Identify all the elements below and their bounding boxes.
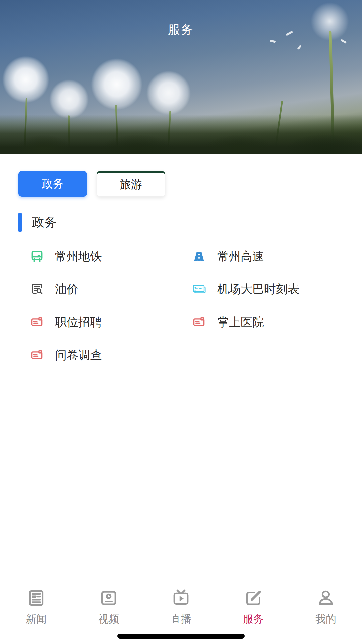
service-label: 掌上医院	[217, 314, 264, 330]
tabbar-label: 服务	[243, 612, 264, 626]
service-label: 常州高速	[217, 249, 264, 264]
highway-icon	[192, 249, 206, 264]
survey-card-icon	[29, 347, 44, 362]
dandelion-seed	[297, 45, 302, 50]
recruitment-card-icon	[29, 315, 44, 329]
service-label: 油价	[55, 281, 78, 297]
section-header: 政务	[18, 213, 362, 232]
news-icon	[26, 588, 46, 608]
service-item-recruitment[interactable]: 职位招聘	[29, 315, 192, 329]
ticket-icon: Ticket	[192, 282, 206, 297]
dandelion-flower	[50, 80, 88, 119]
app-screen: 服务 政务 旅游 政务 常州地铁	[0, 0, 362, 644]
tab-tourism[interactable]: 旅游	[97, 171, 165, 197]
dandelion-flower	[3, 56, 49, 103]
dandelion-seed	[341, 39, 347, 44]
hospital-card-icon	[192, 315, 206, 329]
service-label: 问卷调查	[55, 347, 102, 363]
section-accent-bar	[18, 213, 22, 232]
service-item-highway[interactable]: 常州高速	[192, 249, 362, 264]
svg-text:Ticket: Ticket	[194, 287, 202, 290]
service-label: 机场大巴时刻表	[217, 281, 299, 297]
services-compose-icon	[243, 588, 263, 608]
category-tabs: 政务 旅游	[18, 171, 362, 197]
dandelion-flower	[91, 59, 142, 110]
service-label: 常州地铁	[55, 249, 102, 264]
service-item-hospital[interactable]: 掌上医院	[192, 315, 362, 329]
tabbar-label: 新闻	[26, 612, 47, 626]
tabbar-label: 视频	[98, 612, 119, 626]
metro-icon	[29, 249, 44, 264]
service-item-metro[interactable]: 常州地铁	[29, 249, 192, 264]
tabbar-item-profile[interactable]: 我的	[290, 580, 362, 644]
tabbar-item-news[interactable]: 新闻	[0, 580, 72, 644]
oil-price-icon	[29, 282, 44, 297]
dandelion-flower	[147, 71, 190, 115]
live-tv-icon	[171, 588, 191, 608]
tabbar-label: 我的	[315, 612, 336, 626]
page-title: 服务	[0, 21, 362, 38]
tabbar-label: 直播	[171, 612, 191, 626]
service-item-oil-price[interactable]: 油价	[29, 282, 192, 297]
services-grid: 常州地铁 常州高速	[29, 249, 362, 362]
video-icon	[99, 588, 119, 608]
header-image: 服务	[0, 0, 362, 154]
home-indicator[interactable]	[117, 634, 245, 639]
profile-icon	[316, 588, 336, 608]
dandelion-seed	[270, 40, 276, 43]
grass-foreground	[0, 115, 362, 154]
service-item-survey[interactable]: 问卷调查	[29, 347, 192, 362]
service-label: 职位招聘	[55, 314, 102, 330]
section-title: 政务	[32, 214, 57, 231]
service-item-airport-bus[interactable]: Ticket 机场大巴时刻表	[192, 282, 362, 297]
tab-government[interactable]: 政务	[18, 171, 87, 197]
